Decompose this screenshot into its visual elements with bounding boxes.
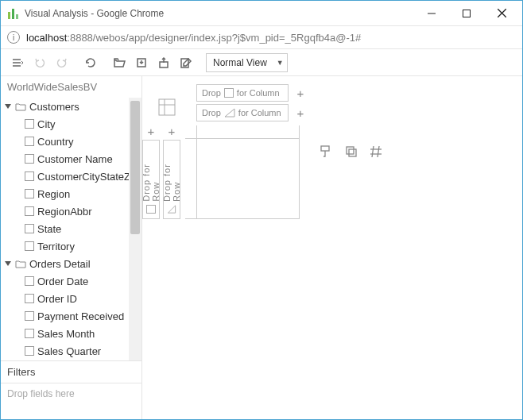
folder-icon xyxy=(15,259,26,268)
svg-marker-13 xyxy=(5,104,11,109)
copy-icon[interactable] xyxy=(344,144,358,161)
field-icon xyxy=(25,329,34,338)
tree-field[interactable]: Sales Quarter xyxy=(1,342,141,360)
chevron-down-icon: ▼ xyxy=(277,59,284,67)
crosstab-preview xyxy=(185,125,300,219)
drop-zone-column-measure[interactable]: Drop for Column xyxy=(196,104,289,121)
svg-rect-0 xyxy=(8,12,10,19)
tree-field[interactable]: CustomerCityStateZip xyxy=(1,168,141,185)
sidebar: WorldWideSalesBV Customers City Country … xyxy=(1,76,142,419)
datasource-title: WorldWideSalesBV xyxy=(1,76,141,98)
format-icon[interactable] xyxy=(319,144,333,161)
field-icon xyxy=(25,206,34,216)
collapse-icon xyxy=(4,260,12,268)
triangle-icon xyxy=(224,108,235,118)
svg-line-24 xyxy=(378,146,379,157)
triangle-icon xyxy=(167,205,176,214)
field-icon xyxy=(25,154,34,164)
tree-field[interactable]: Sales Month xyxy=(1,325,141,342)
tree-field[interactable]: RegionAbbr xyxy=(1,202,141,220)
design-canvas[interactable]: Drop for Column + Drop for Column + + + … xyxy=(142,76,522,419)
tree-field[interactable]: Order Date xyxy=(1,272,141,290)
refresh-button[interactable] xyxy=(80,52,101,73)
svg-marker-14 xyxy=(5,261,11,266)
filters-drop-zone[interactable]: Drop fields here xyxy=(1,383,141,419)
menu-button[interactable] xyxy=(7,52,28,73)
svg-rect-22 xyxy=(349,149,356,156)
field-icon xyxy=(25,276,34,286)
svg-rect-21 xyxy=(347,147,354,154)
square-icon xyxy=(224,88,234,98)
canvas-tools xyxy=(319,144,384,161)
tree-field[interactable]: Region xyxy=(1,185,141,202)
hash-icon[interactable] xyxy=(370,144,384,161)
square-icon xyxy=(146,205,156,214)
add-row-button[interactable]: + xyxy=(166,125,177,137)
svg-rect-1 xyxy=(12,9,14,19)
save-button[interactable] xyxy=(131,52,152,73)
field-icon xyxy=(25,171,34,181)
scrollbar-thumb[interactable] xyxy=(130,101,140,234)
minimize-button[interactable] xyxy=(414,2,449,25)
svg-marker-18 xyxy=(225,109,234,117)
maximize-button[interactable] xyxy=(449,2,484,25)
layout-icon[interactable] xyxy=(158,98,176,116)
tree-group-orders-detail[interactable]: Orders Detail xyxy=(1,255,141,272)
field-icon xyxy=(25,294,34,303)
tree-group-label: Customers xyxy=(29,101,79,113)
field-icon xyxy=(25,119,34,129)
svg-rect-11 xyxy=(160,62,168,67)
tree-field[interactable]: Country xyxy=(1,133,141,150)
field-icon xyxy=(25,137,34,146)
field-tree: Customers City Country Customer Name Cus… xyxy=(1,98,141,360)
svg-rect-20 xyxy=(321,146,329,151)
app-toolbar: Normal View ▼ xyxy=(1,49,522,76)
field-icon xyxy=(25,189,34,198)
window-titlebar: Visual Analysis - Google Chrome xyxy=(1,1,522,25)
tree-field[interactable]: City xyxy=(1,115,141,133)
view-mode-label: Normal View xyxy=(213,57,267,68)
tree-group-label: Orders Detail xyxy=(29,258,91,270)
svg-rect-4 xyxy=(463,10,471,17)
add-column-button[interactable]: + xyxy=(295,107,306,118)
tree-field[interactable]: State xyxy=(1,220,141,237)
edit-button[interactable] xyxy=(176,52,196,73)
add-column-button[interactable]: + xyxy=(295,87,306,98)
sidebar-scrollbar[interactable] xyxy=(129,98,141,360)
app-icon xyxy=(7,7,20,20)
svg-marker-19 xyxy=(168,206,175,213)
field-icon xyxy=(25,241,34,251)
drop-zone-row-measure[interactable]: Drop for Row xyxy=(163,140,180,219)
tree-field[interactable]: Payment Received xyxy=(1,307,141,325)
field-icon xyxy=(25,224,34,233)
tree-group-customers[interactable]: Customers xyxy=(1,98,141,115)
address-text[interactable]: localhost:8888/webos/app/designer/index.… xyxy=(26,32,361,44)
folder-icon xyxy=(15,102,26,111)
tree-field[interactable]: Territory xyxy=(1,237,141,255)
window-title: Visual Analysis - Google Chrome xyxy=(25,8,414,19)
address-path: :8888/webos/app/designer/index.jsp?j$vm_… xyxy=(67,32,361,44)
collapse-icon xyxy=(4,102,12,110)
svg-rect-15 xyxy=(159,99,175,115)
add-row-button[interactable]: + xyxy=(145,125,157,137)
tree-field[interactable]: Order ID xyxy=(1,290,141,307)
tree-field[interactable]: Customer Name xyxy=(1,150,141,168)
drop-zone-column-dimension[interactable]: Drop for Column xyxy=(196,84,289,102)
close-button[interactable] xyxy=(484,2,519,25)
field-icon xyxy=(25,346,34,356)
field-icon xyxy=(25,311,34,321)
export-button[interactable] xyxy=(153,52,174,73)
filters-header: Filters xyxy=(1,360,141,383)
svg-line-23 xyxy=(372,146,374,157)
address-host: localhost xyxy=(26,32,67,44)
site-info-icon[interactable]: i xyxy=(7,31,20,44)
view-mode-select[interactable]: Normal View ▼ xyxy=(206,53,288,72)
address-bar: i localhost:8888/webos/app/designer/inde… xyxy=(1,25,522,49)
undo-button[interactable] xyxy=(29,52,50,73)
redo-button[interactable] xyxy=(52,52,72,73)
open-button[interactable] xyxy=(109,52,130,73)
drop-zone-row-dimension[interactable]: Drop for Row xyxy=(142,140,160,219)
svg-rect-2 xyxy=(16,14,18,19)
